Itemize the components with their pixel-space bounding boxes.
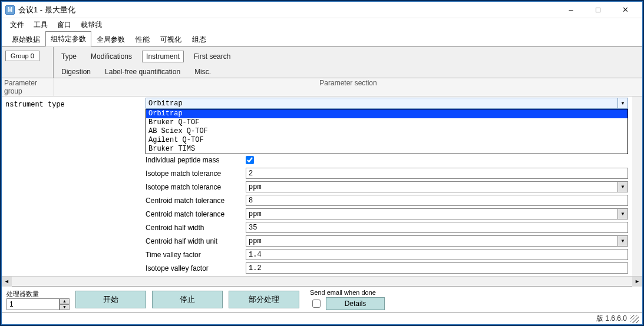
chevron-down-icon: ▼ [617, 209, 628, 219]
instrument-type-value: Orbitrap [146, 99, 617, 108]
param-label: Centroid half width unit [142, 237, 246, 245]
param-row: Individual peptide mass [2, 153, 642, 167]
tab-config[interactable]: 组态 [187, 32, 212, 46]
section-tab-lfq[interactable]: Label-free quantification [101, 66, 184, 78]
chevron-down-icon: ▼ [617, 182, 628, 192]
footer-controls: 处理器数量 ▲ ▼ 开始 停止 部分处理 Send email when don… [2, 286, 642, 312]
menu-tools[interactable]: 工具 [34, 20, 48, 30]
maximize-button[interactable]: □ [584, 2, 612, 18]
horizontal-scrollbar[interactable]: ◄ ► [2, 276, 642, 286]
section-tab-modifications[interactable]: Modifications [87, 51, 136, 62]
window-controls: – □ ✕ [557, 2, 639, 18]
param-input[interactable] [246, 222, 628, 233]
menu-window[interactable]: 窗口 [57, 20, 71, 30]
tab-group-specific[interactable]: 组特定参数 [45, 31, 91, 46]
section-tab-type[interactable]: Type [57, 51, 81, 62]
param-input[interactable] [246, 195, 628, 206]
param-label: Centroid half width [142, 224, 246, 232]
param-select-value: ppm [246, 183, 617, 191]
window-title: 会议1 - 最大量化 [18, 5, 75, 15]
app-icon: M [5, 5, 15, 15]
chevron-down-icon: ▼ [617, 98, 628, 108]
params-list: Individual peptide massIsotope match tol… [2, 153, 642, 276]
scroll-left-icon[interactable]: ◄ [2, 277, 12, 287]
section-tab-firstsearch[interactable]: First search [190, 51, 235, 62]
status-bar: 版 1.6.6.0 [2, 312, 642, 324]
spin-down-icon[interactable]: ▼ [60, 304, 70, 310]
param-section-caption: Parameter section [54, 78, 642, 96]
menu-help[interactable]: 载帮我 [81, 20, 102, 30]
param-group-caption: Parameter group [2, 78, 54, 96]
section-row: Group 0 Type Modifications Instrument Fi… [2, 46, 642, 78]
app-window: M 会议1 - 最大量化 – □ ✕ 文件 工具 窗口 载帮我 原始数据 组特定… [1, 1, 643, 325]
param-select[interactable]: ppm▼ [246, 235, 628, 247]
section-tab-instrument[interactable]: Instrument [142, 51, 184, 62]
instrument-option[interactable]: Orbitrap [146, 109, 628, 118]
section-tabs: Type Modifications Instrument First sear… [54, 47, 642, 78]
instrument-type-select[interactable]: Orbitrap ▼ Orbitrap Bruker Q-TOF AB Scie… [146, 98, 628, 109]
resize-grip-icon[interactable] [630, 315, 639, 323]
param-row: Isotope valley factor [2, 261, 642, 275]
params-area: nstrument type Orbitrap ▼ Orbitrap Bruke… [2, 97, 642, 276]
start-button[interactable]: 开始 [75, 291, 146, 308]
param-input[interactable] [246, 262, 628, 274]
menubar: 文件 工具 窗口 载帮我 [2, 18, 642, 31]
processor-count-group: 处理器数量 ▲ ▼ [6, 290, 70, 310]
param-label: Individual peptide mass [142, 156, 246, 164]
instrument-type-dropdown[interactable]: Orbitrap Bruker Q-TOF AB Sciex Q-TOF Agi… [146, 109, 628, 154]
spin-buttons[interactable]: ▲ ▼ [60, 298, 70, 310]
processor-count-label: 处理器数量 [6, 290, 70, 298]
titlebar: M 会议1 - 最大量化 – □ ✕ [2, 2, 642, 18]
param-row: Centroid match toleranceppm▼ [2, 207, 642, 221]
param-label: Centroid match tolerance [142, 210, 246, 218]
group-button[interactable]: Group 0 [5, 51, 39, 61]
section-tab-digestion[interactable]: Digestion [57, 66, 95, 78]
content-area: nstrument type Orbitrap ▼ Orbitrap Bruke… [2, 97, 642, 286]
param-select[interactable]: ppm▼ [246, 181, 628, 192]
menu-file[interactable]: 文件 [10, 20, 24, 30]
spin-up-icon[interactable]: ▲ [60, 298, 70, 304]
processor-count-stepper[interactable]: ▲ ▼ [6, 298, 70, 310]
send-email-label: Send email when done [310, 289, 385, 296]
tab-perf[interactable]: 性能 [130, 32, 155, 46]
param-checkbox[interactable] [246, 156, 254, 164]
param-group-cell: Group 0 [2, 47, 54, 78]
param-row: Centroid half width unitppm▼ [2, 234, 642, 248]
processor-count-input[interactable] [6, 298, 60, 310]
instrument-option[interactable]: Agilent Q-TOF [146, 136, 628, 145]
stop-button[interactable]: 停止 [152, 291, 223, 308]
partial-button[interactable]: 部分处理 [229, 291, 299, 308]
chevron-down-icon: ▼ [617, 236, 628, 246]
param-label: Isotope match tolerance [142, 183, 246, 191]
param-input[interactable] [246, 168, 628, 179]
tab-rawdata[interactable]: 原始数据 [6, 32, 45, 46]
details-button[interactable]: Details [326, 297, 385, 310]
param-row: Centroid match tolerance [2, 194, 642, 207]
param-label: Time valley factor [142, 251, 246, 259]
instrument-option[interactable]: Bruker TIMS [146, 145, 628, 154]
tab-viz[interactable]: 可视化 [155, 32, 187, 46]
param-row: Time valley factor [2, 248, 642, 261]
email-group: Send email when done Details [310, 289, 385, 310]
param-select-value: ppm [246, 210, 617, 218]
vertical-scrollbar[interactable] [632, 97, 642, 276]
param-select[interactable]: ppm▼ [246, 208, 628, 219]
main-tabstrip: 原始数据 组特定参数 全局参数 性能 可视化 组态 [2, 31, 642, 46]
send-email-checkbox[interactable] [312, 300, 321, 308]
version-label: 版 1.6.6.0 [596, 314, 627, 324]
param-row: Isotope match toleranceppm▼ [2, 180, 642, 194]
close-button[interactable]: ✕ [612, 2, 639, 18]
instrument-type-label: nstrument type [2, 101, 146, 109]
instrument-option[interactable]: Bruker Q-TOF [146, 118, 628, 127]
param-label: Centroid match tolerance [142, 197, 246, 205]
instrument-option[interactable]: AB Sciex Q-TOF [146, 127, 628, 136]
section-tab-misc[interactable]: Misc. [190, 66, 215, 78]
param-row: Isotope match tolerance [2, 167, 642, 180]
tab-global[interactable]: 全局参数 [91, 32, 130, 46]
param-row: Isotope time correlation [2, 275, 642, 276]
param-input[interactable] [246, 249, 628, 260]
param-select-value: ppm [246, 237, 617, 245]
section-captions: Parameter group Parameter section [2, 78, 642, 97]
minimize-button[interactable]: – [557, 2, 584, 18]
scroll-right-icon[interactable]: ► [632, 277, 642, 287]
